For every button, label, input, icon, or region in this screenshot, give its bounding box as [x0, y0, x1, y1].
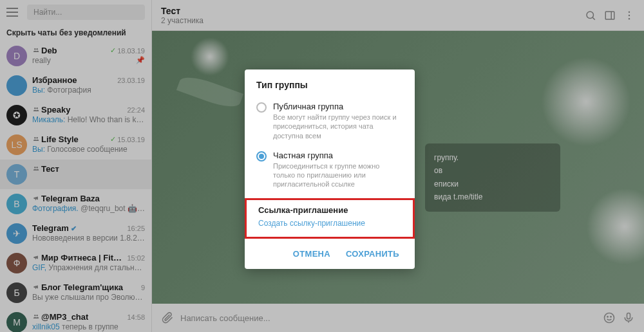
invite-link-title: Ссылка-приглашение [258, 205, 401, 215]
invite-link-section: Ссылка-приглашение Создать ссылку-пригла… [245, 198, 415, 239]
cancel-button[interactable]: ОТМЕНА [287, 245, 337, 263]
save-button[interactable]: СОХРАНИТЬ [339, 245, 406, 263]
option-description: Присоединиться к группе можно только по … [273, 161, 403, 189]
group-type-option[interactable]: Публичная группаВсе могут найти группу ч… [245, 98, 415, 147]
radio-icon [256, 151, 267, 161]
modal-title: Тип группы [245, 80, 415, 98]
group-type-option[interactable]: Частная группаПрисоединиться к группе мо… [245, 147, 415, 196]
option-description: Все могут найти группу через поиск и при… [273, 113, 403, 140]
create-invite-link[interactable]: Создать ссылку-приглашение [258, 219, 401, 228]
option-label: Частная группа [273, 151, 403, 160]
option-label: Публичная группа [273, 102, 403, 111]
radio-icon [256, 102, 267, 113]
group-type-modal: Тип группы Публичная группаВсе могут най… [245, 69, 415, 269]
